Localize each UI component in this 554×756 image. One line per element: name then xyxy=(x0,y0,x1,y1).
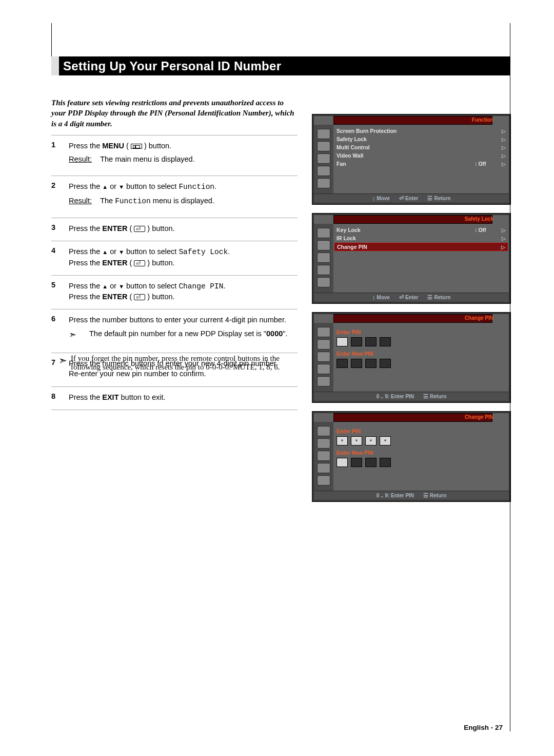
separator xyxy=(51,218,298,218)
enter-new-pin-label: Enter New PIN xyxy=(337,351,506,357)
chevron-right-icon: ▷ xyxy=(501,244,505,250)
osd-row: Multi Control▷ xyxy=(337,143,506,151)
separator xyxy=(51,135,298,135)
new-pin-boxes xyxy=(337,359,506,368)
osd-icon-col xyxy=(314,125,333,193)
pin-digit: * xyxy=(337,436,348,445)
enter-pin-label: Enter PIN xyxy=(337,329,506,335)
step-8: 8 Press the EXIT button to exit. xyxy=(51,392,298,403)
page-title: Setting Up Your Personal ID Number xyxy=(59,59,281,73)
intro-text: This feature sets viewing restrictions a… xyxy=(51,98,298,129)
step-2-result: Result: The Function menu is displayed. xyxy=(69,192,298,210)
up-icon xyxy=(102,182,108,190)
up-icon xyxy=(102,282,108,290)
note-arrow-icon: ➣ xyxy=(58,354,71,372)
page-border xyxy=(510,23,510,731)
enter-new-pin-label: Enter New PIN xyxy=(337,450,506,456)
chevron-right-icon: ▷ xyxy=(502,145,506,150)
osd-row: IR Lock▷ xyxy=(337,234,506,242)
down-icon xyxy=(118,182,124,190)
osd-icon xyxy=(317,339,330,350)
step-3: 3 Press the ENTER ( ) button. xyxy=(51,223,298,235)
osd-row: Screen Burn Protection▷ xyxy=(337,127,506,135)
osd-icon xyxy=(317,240,330,250)
osd-icon xyxy=(317,376,330,386)
osd-icon-col xyxy=(314,224,333,293)
down-icon xyxy=(118,282,124,290)
return-icon xyxy=(423,492,428,499)
osd-function: Function Screen Burn Protection▷Safety L… xyxy=(312,114,511,205)
pin-digit xyxy=(380,458,391,467)
osd-column: Function Screen Burn Protection▷Safety L… xyxy=(312,114,511,510)
chevron-right-icon: ▷ xyxy=(502,137,506,142)
osd-list: Screen Burn Protection▷Safety Lock▷Multi… xyxy=(333,125,509,193)
return-icon xyxy=(423,393,428,400)
step-1-result: Result: The main menu is displayed. xyxy=(69,151,298,168)
chevron-right-icon: ▷ xyxy=(502,227,506,233)
pin-digit xyxy=(337,359,348,368)
separator xyxy=(51,386,298,387)
pin-digit xyxy=(351,337,362,346)
pin-digit: * xyxy=(365,436,377,445)
separator xyxy=(51,353,298,353)
osd-icon xyxy=(317,364,330,374)
page-footer: English - 27 xyxy=(464,724,503,731)
pin-digit xyxy=(337,458,348,467)
chevron-right-icon: ▷ xyxy=(502,153,506,159)
enter-icon xyxy=(399,195,404,202)
osd-safety-lock: Safety Lock Key Lock: Off▷IR Lock▷Change… xyxy=(312,213,511,304)
osd-icon xyxy=(317,153,330,164)
osd-icon xyxy=(317,277,330,287)
title-cap xyxy=(51,56,59,75)
osd-icon xyxy=(317,129,330,139)
osd-row: Safety Lock▷ xyxy=(337,135,506,143)
pin-digit xyxy=(365,337,377,346)
enter-icon xyxy=(134,226,145,232)
chevron-right-icon: ▷ xyxy=(502,236,506,241)
title-bar: Setting Up Your Personal ID Number xyxy=(51,56,510,75)
osd-change-pin-1: Change PIN Enter PIN xyxy=(312,312,511,403)
osd-icon xyxy=(317,327,330,337)
enter-icon xyxy=(399,294,404,301)
osd-icon xyxy=(317,426,330,436)
down-icon xyxy=(118,247,124,256)
osd-icon xyxy=(317,253,330,263)
enter-icon xyxy=(134,260,145,266)
separator xyxy=(51,176,298,176)
pin-digit xyxy=(351,359,362,368)
osd-icon xyxy=(317,166,330,176)
footnote: ➣ If you forget the pin number, press th… xyxy=(58,354,294,372)
pin-digit xyxy=(337,337,348,346)
move-icon xyxy=(372,294,375,301)
step-6-note: ➣ The default pin number for a new PDP D… xyxy=(69,325,298,345)
osd-icon xyxy=(317,475,330,486)
step-2: 2 Press the or button to select Function… xyxy=(51,181,298,211)
osd-list: Enter PIN * * * * Enter New PIN xyxy=(333,422,509,491)
enter-pin-boxes xyxy=(337,337,506,346)
osd-footer: Move Enter Return xyxy=(314,193,509,203)
osd-footer: 0 .. 9: Enter PIN Return xyxy=(314,491,509,500)
osd-row: Fan: Off▷ xyxy=(337,160,506,168)
pin-digit xyxy=(365,359,377,368)
osd-icon xyxy=(317,463,330,473)
osd-footer: Move Enter Return xyxy=(314,293,509,302)
move-icon xyxy=(372,195,375,202)
osd-list: Key Lock: Off▷IR Lock▷Change PIN▷ xyxy=(333,224,509,293)
osd-icon xyxy=(317,451,330,461)
osd-icon xyxy=(317,141,330,151)
enter-icon xyxy=(134,294,145,300)
osd-title: Change PIN xyxy=(465,315,493,321)
return-icon xyxy=(427,294,432,301)
osd-row: Key Lock: Off▷ xyxy=(337,226,506,234)
step-6: 6 Press the number buttons to enter your… xyxy=(51,315,298,346)
pin-digit xyxy=(365,458,377,467)
osd-row: Change PIN▷ xyxy=(334,243,508,251)
pin-digit: * xyxy=(380,436,391,445)
osd-list: Enter PIN Enter New PIN xyxy=(333,323,509,392)
osd-icon xyxy=(317,178,330,188)
pin-digit: * xyxy=(351,436,362,445)
osd-footer: 0 .. 9: Enter PIN Return xyxy=(314,392,509,401)
pin-digit xyxy=(380,337,391,346)
osd-change-pin-2: Change PIN Enter PIN * * * * xyxy=(312,411,511,502)
separator xyxy=(51,410,298,410)
